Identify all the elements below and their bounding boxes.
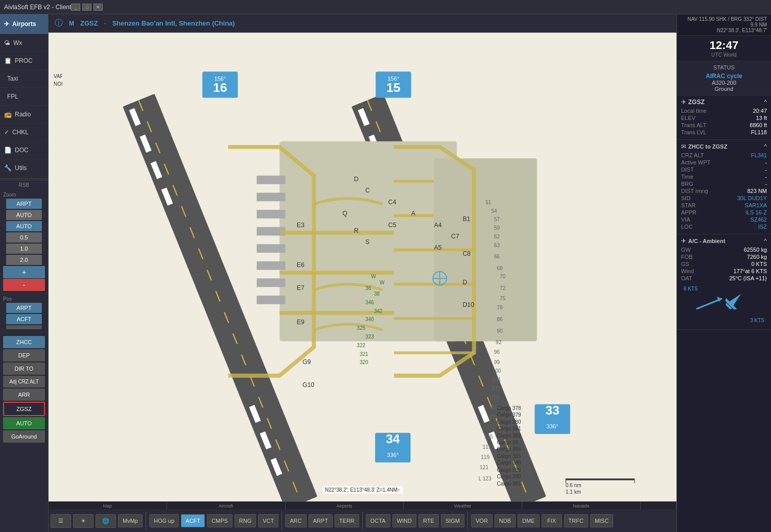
clock-time: 12:47 <box>680 39 768 52</box>
sigm-button[interactable]: SIGM <box>441 514 464 527</box>
sidebar-item-airports[interactable]: ✈ Airports <box>0 14 48 34</box>
airport-title: ZGSZ <box>80 19 98 27</box>
info-icon[interactable]: ⓘ <box>55 18 63 29</box>
pos-grey-button[interactable] <box>6 325 42 329</box>
svg-text:Cargo 381: Cargo 381 <box>497 426 521 431</box>
maximize-button[interactable]: □ <box>82 4 91 11</box>
zoom-auto-button1[interactable]: AUTO <box>6 210 42 220</box>
svg-text:A5: A5 <box>434 244 441 251</box>
zgsz-button[interactable]: ZGSZ <box>3 402 45 416</box>
rng-button[interactable]: RNG <box>235 514 256 527</box>
brightness-button[interactable]: ☀ <box>73 514 94 528</box>
sidebar-item-chkl[interactable]: ✓ CHKL <box>0 124 48 141</box>
svg-text:321: 321 <box>360 351 368 357</box>
doc-icon: 📄 <box>4 147 12 154</box>
vor-button[interactable]: VOR <box>471 514 493 527</box>
svg-text:101: 101 <box>493 377 501 382</box>
arc-button[interactable]: ARC <box>285 514 306 527</box>
airport-info-section: ✈ ZGSZ ^ Local time 20:47 ELEV 13 ft Tra… <box>677 95 771 140</box>
svg-text:Cargo 378: Cargo 378 <box>497 405 521 411</box>
svg-text:105: 105 <box>491 395 500 401</box>
minimize-button[interactable]: _ <box>71 4 80 11</box>
sidebar-item-proc[interactable]: 📋 PROC <box>0 52 48 70</box>
nav-info: NAV 115.90 SHK / BRG 332° DIST 9.9 NM <box>681 16 767 28</box>
pos-arpt-button[interactable]: ARPT <box>6 303 42 313</box>
dist-rmng-row: DIST rmng 823 NM <box>681 188 767 194</box>
zoom-arpt-button[interactable]: ARPT <box>6 199 42 209</box>
zoom-10-button[interactable]: 1.0 <box>6 244 42 254</box>
dep-button[interactable]: DEP <box>3 349 45 361</box>
zoom-plus-button[interactable]: + <box>3 266 45 278</box>
globe-button[interactable]: 🌐 <box>96 514 116 528</box>
sidebar-item-doc[interactable]: 📄 DOC <box>0 141 48 159</box>
misc-button[interactable]: MISC <box>590 514 614 527</box>
vct-button[interactable]: VCT <box>258 514 278 527</box>
dme-button[interactable]: DME <box>518 514 539 527</box>
svg-text:D: D <box>462 279 467 286</box>
goaround-button[interactable]: GoAround <box>3 430 45 443</box>
cmps-button[interactable]: CMPS <box>207 514 232 527</box>
zoom-05-button[interactable]: 0.5 <box>6 232 42 243</box>
terr-button[interactable]: TERR <box>335 514 359 527</box>
adj-crz-button[interactable]: Adj CRZ ALT <box>3 376 45 388</box>
svg-text:15: 15 <box>386 81 400 94</box>
mvmp-button[interactable]: MvMp <box>118 514 143 527</box>
sidebar-item-taxi[interactable]: Taxi <box>0 70 48 88</box>
route-chevron: ^ <box>764 143 767 150</box>
proc-label: PROC <box>15 57 33 64</box>
svg-text:C: C <box>365 187 370 194</box>
octa-button[interactable]: OCTA <box>366 514 390 527</box>
close-button[interactable]: ✕ <box>94 4 103 11</box>
map-area[interactable]: S N VAR -3.0° West NORTH UP <box>49 33 676 501</box>
airport-section-title: ZGSZ <box>688 99 705 106</box>
ambient-section: ✈ A/C - Ambient ^ GW 62550 kg FOB 7260 k… <box>677 234 771 330</box>
zoom-20-button[interactable]: 2.0 <box>6 255 42 265</box>
center-area: ⓘ M ZGSZ - Shenzen Bao'an Intl, Shenzhen… <box>49 14 676 532</box>
acft-button[interactable]: ACFT <box>181 514 205 527</box>
svg-text:320: 320 <box>360 359 368 365</box>
sidebar-item-radio[interactable]: 📻 Radio <box>0 106 48 124</box>
oat-row: OAT 25°C (ISA +11) <box>681 275 767 281</box>
wind-button[interactable]: WIND <box>392 514 416 527</box>
taxi-label: Taxi <box>7 75 18 82</box>
svg-text:90: 90 <box>497 328 503 334</box>
svg-text:340: 340 <box>365 317 374 322</box>
sidebar-item-utils[interactable]: 🔧 Utils <box>0 159 48 177</box>
gw-value: 62550 kg <box>744 247 767 253</box>
sidebar-item-fpl[interactable]: FPL <box>0 88 48 106</box>
svg-text:336°: 336° <box>387 452 399 458</box>
rsb-label: RSB <box>0 180 48 190</box>
trans-lvl-row: Trans LVL FL118 <box>681 129 767 135</box>
fix-button[interactable]: FIX <box>542 514 562 527</box>
toolbar-section-labels: Map Aircraft Airports Weather Navaids <box>49 502 676 510</box>
hamburger-button[interactable]: ☰ <box>51 514 71 528</box>
svg-text:100: 100 <box>493 368 501 374</box>
svg-text:Cargo 380: Cargo 380 <box>497 419 521 425</box>
svg-text:E9: E9 <box>297 319 305 326</box>
zoom-auto-button2[interactable]: AUTO <box>6 221 42 231</box>
nav-coord: N22°38.3', E113°48.7' <box>681 28 767 33</box>
sidebar-item-wx[interactable]: 🌤 Wx <box>0 34 48 52</box>
via-label: VIA <box>681 216 690 223</box>
rte-button[interactable]: RTE <box>418 514 439 527</box>
auto-button[interactable]: AUTO <box>3 417 45 429</box>
fob-label: FOB <box>681 254 693 260</box>
pos-acft-button[interactable]: ACFT <box>6 314 42 324</box>
svg-text:Cargo 379: Cargo 379 <box>497 412 521 418</box>
dir-to-button[interactable]: DIR TO <box>3 362 45 375</box>
svg-text:Cargo 391: Cargo 391 <box>497 481 521 487</box>
local-time-value: 20:47 <box>753 108 767 114</box>
hog-up-button[interactable]: HOG up <box>149 514 179 527</box>
svg-text:78: 78 <box>497 305 503 310</box>
trfc-button[interactable]: TRFC <box>564 514 588 527</box>
zhcc-button[interactable]: ZHCC <box>3 336 45 348</box>
svg-text:72: 72 <box>500 285 506 291</box>
arpt-button[interactable]: ARPT <box>309 514 333 527</box>
oat-value: 25°C (ISA +11) <box>729 275 767 281</box>
arr-button[interactable]: ARR <box>3 389 45 401</box>
ndb-button[interactable]: NDB <box>495 514 516 527</box>
zoom-minus-button[interactable]: - <box>3 279 45 291</box>
pos-label: Pos <box>3 296 45 302</box>
star-row: STAR SAR1XA <box>681 202 767 208</box>
svg-rect-30 <box>256 278 285 287</box>
